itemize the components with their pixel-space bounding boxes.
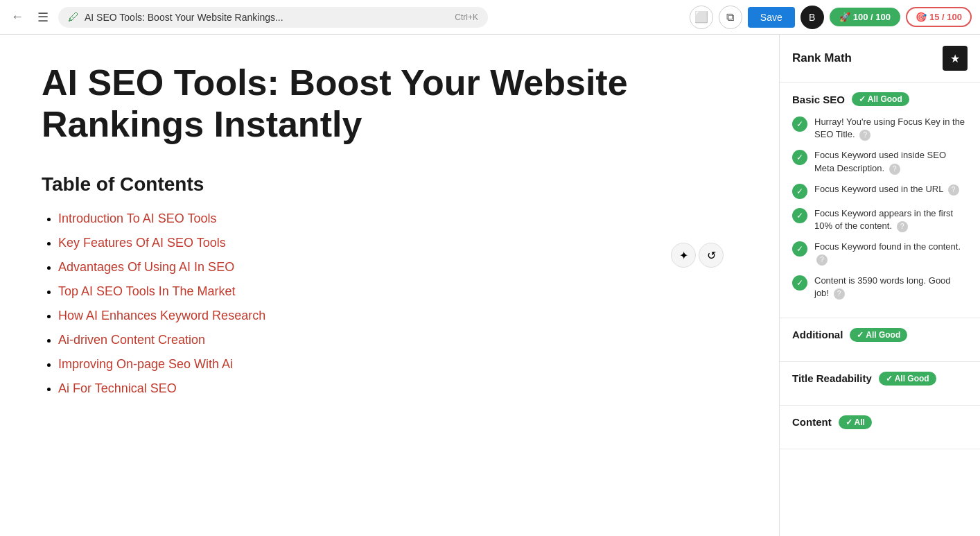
check-item-2: ✓ Focus Keyword used inside SEO Meta Des… xyxy=(792,149,968,174)
toolbar-left: ← ☰ xyxy=(8,7,51,28)
title-readability-label: Title Readability xyxy=(792,372,872,384)
check-text-3: Focus Keyword used in the URL ? xyxy=(814,183,968,196)
check-item-3: ✓ Focus Keyword used in the URL ? xyxy=(792,183,968,199)
content-label: Content xyxy=(792,416,832,428)
sidebar-title: Rank Math xyxy=(792,51,852,65)
check-item-6: ✓ Content is 3590 words long. Good job! … xyxy=(792,275,968,300)
list-item: How AI Enhances Keyword Research xyxy=(58,306,737,325)
toc-link-5[interactable]: How AI Enhances Keyword Research xyxy=(58,309,265,322)
monitor-button[interactable]: ⬜ xyxy=(690,6,713,29)
additional-badge: ✓ All Good xyxy=(850,328,907,342)
toolbar-right: ⬜ ⧉ Save B 🚀 100 / 100 🎯 15 / 100 xyxy=(690,6,972,29)
toc-link-8[interactable]: Ai For Technical SEO xyxy=(58,381,177,395)
post-title: AI SEO Tools: Boost Your Website Ranking… xyxy=(42,62,737,146)
main-area: AI SEO Tools: Boost Your Website Ranking… xyxy=(0,35,980,536)
ai-icon-2[interactable]: ↺ xyxy=(699,243,724,268)
score-red-label: 15 / 100 xyxy=(929,12,962,22)
keyboard-shortcut: Ctrl+K xyxy=(455,12,478,22)
star-icon: ★ xyxy=(950,52,960,65)
basic-seo-badge: ✓ All Good xyxy=(852,92,909,106)
basic-seo-section: Basic SEO ✓ All Good ✓ Hurray! You're us… xyxy=(780,83,980,318)
additional-section: Additional ✓ All Good xyxy=(780,318,980,362)
list-item: Improving On-page Seo With Ai xyxy=(58,355,737,374)
toc-link-3[interactable]: Advantages Of Using AI In SEO xyxy=(58,260,234,274)
content-badge: ✓ All xyxy=(839,415,872,429)
toc-link-1[interactable]: Introduction To AI SEO Tools xyxy=(58,211,216,225)
toolbar: ← ☰ 🖊 AI SEO Tools: Boost Your Website R… xyxy=(0,0,980,35)
title-readability-header: Title Readability ✓ All Good xyxy=(792,372,968,386)
list-item: Key Features Of AI SEO Tools xyxy=(58,234,737,252)
help-icon-1[interactable]: ? xyxy=(859,130,870,141)
external-link-icon: ⧉ xyxy=(726,11,734,24)
help-icon-2[interactable]: ? xyxy=(889,164,900,175)
help-icon-3[interactable]: ? xyxy=(948,184,959,196)
content-header: Content ✓ All xyxy=(792,415,968,429)
toc-link-6[interactable]: Ai-driven Content Creation xyxy=(58,333,205,347)
check-icon-5: ✓ xyxy=(792,241,807,257)
save-button[interactable]: Save xyxy=(748,7,795,28)
address-text: AI SEO Tools: Boost Your Website Ranking… xyxy=(85,12,449,23)
list-item: Ai For Technical SEO xyxy=(58,379,737,398)
check-text-4: Focus Keyword appears in the first 10% o… xyxy=(814,207,968,232)
check-icon-1: ✓ xyxy=(792,116,807,132)
check-item-1: ✓ Hurray! You're using Focus Key in the … xyxy=(792,116,968,141)
check-icon-2: ✓ xyxy=(792,150,807,165)
toc-link-4[interactable]: Top AI SEO Tools In The Market xyxy=(58,284,235,298)
star-button[interactable]: ★ xyxy=(943,46,968,71)
list-item: Ai-driven Content Creation xyxy=(58,331,737,349)
check-text-6: Content is 3590 words long. Good job! ? xyxy=(814,275,968,300)
help-icon-4[interactable]: ? xyxy=(897,221,908,232)
toc-link-2[interactable]: Key Features Of AI SEO Tools xyxy=(58,236,226,250)
check-text-2: Focus Keyword used inside SEO Meta Descr… xyxy=(814,149,968,174)
check-icon-3: ✓ xyxy=(792,184,807,199)
title-readability-section: Title Readability ✓ All Good xyxy=(780,362,980,406)
menu-button[interactable]: ☰ xyxy=(35,7,51,28)
editor-area[interactable]: AI SEO Tools: Boost Your Website Ranking… xyxy=(0,35,779,536)
toc-link-7[interactable]: Improving On-page Seo With Ai xyxy=(58,357,233,371)
list-item: Advantages Of Using AI In SEO xyxy=(58,258,737,277)
rocket-icon: 🚀 xyxy=(839,12,850,22)
title-readability-badge: ✓ All Good xyxy=(879,372,936,386)
additional-label: Additional xyxy=(792,329,843,340)
check-item-4: ✓ Focus Keyword appears in the first 10%… xyxy=(792,207,968,232)
score-red-button[interactable]: 🎯 15 / 100 xyxy=(906,7,972,27)
pen-icon: 🖊 xyxy=(68,11,79,24)
target-icon: 🎯 xyxy=(916,12,927,22)
check-icon-4: ✓ xyxy=(792,208,807,223)
menu-icon: ☰ xyxy=(37,10,49,25)
monitor-icon: ⬜ xyxy=(694,10,708,24)
toc-list: Introduction To AI SEO Tools Key Feature… xyxy=(42,209,737,398)
toc-heading: Table of Contents xyxy=(42,173,737,196)
check-text-1: Hurray! You're using Focus Key in the SE… xyxy=(814,116,968,141)
content-section: Content ✓ All xyxy=(780,406,980,449)
check-item-5: ✓ Focus Keyword found in the content. ? xyxy=(792,241,968,266)
back-icon: ← xyxy=(11,10,24,24)
floating-icons: ✦ ↺ xyxy=(671,243,724,268)
rank-math-sidebar: Rank Math ★ Basic SEO ✓ All Good ✓ Hurra… xyxy=(779,35,980,536)
help-icon-6[interactable]: ? xyxy=(834,288,845,300)
check-icon-6: ✓ xyxy=(792,275,807,291)
back-button[interactable]: ← xyxy=(8,7,26,27)
external-link-button[interactable]: ⧉ xyxy=(719,6,742,29)
sidebar-header: Rank Math ★ xyxy=(780,35,980,83)
ai-icon-1[interactable]: ✦ xyxy=(671,243,696,268)
basic-seo-label: Basic SEO xyxy=(792,94,845,105)
basic-seo-header: Basic SEO ✓ All Good xyxy=(792,92,968,106)
score-green-button[interactable]: 🚀 100 / 100 xyxy=(830,8,900,26)
list-item: Introduction To AI SEO Tools xyxy=(58,209,737,228)
b-icon: B xyxy=(809,12,815,23)
help-icon-5[interactable]: ? xyxy=(816,254,828,266)
score-green-label: 100 / 100 xyxy=(853,12,891,22)
check-text-5: Focus Keyword found in the content. ? xyxy=(814,241,968,266)
list-item: Top AI SEO Tools In The Market xyxy=(58,282,737,301)
additional-header: Additional ✓ All Good xyxy=(792,328,968,342)
address-bar[interactable]: 🖊 AI SEO Tools: Boost Your Website Ranki… xyxy=(58,7,488,28)
black-circle-button[interactable]: B xyxy=(800,6,824,29)
